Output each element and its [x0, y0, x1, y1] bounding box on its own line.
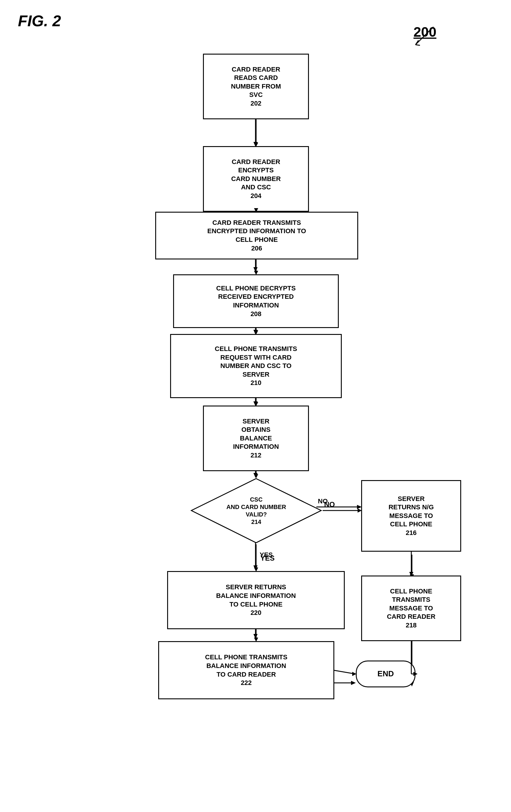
svg-marker-8 — [253, 267, 258, 272]
box-218: CELL PHONE TRANSMITS MESSAGE TO CARD REA… — [361, 576, 461, 641]
box-222-line3: TO CARD READER — [205, 670, 288, 679]
box-212-line1: SERVER — [233, 417, 279, 426]
box-218-line2: TRANSMITS — [387, 596, 435, 604]
box-204-line1: CARD READER — [231, 158, 280, 166]
box-210-line1: CELL PHONE TRANSMITS — [215, 345, 297, 353]
box-216-line3: MESSAGE TO — [388, 512, 434, 520]
box-220-line3: TO CELL PHONE — [216, 600, 296, 609]
box-220: SERVER RETURNS BALANCE INFORMATION TO CE… — [167, 571, 345, 629]
svg-text:YES: YES — [260, 551, 273, 558]
diamond-shape — [190, 477, 323, 544]
box-210-line4: SERVER — [215, 370, 297, 379]
box-206-line2: ENCRYPTED INFORMATION TO — [208, 227, 306, 236]
box-202-line1: CARD READER — [231, 65, 281, 74]
box-220-num: 220 — [216, 609, 296, 617]
box-222-line1: CELL PHONE TRANSMITS — [205, 653, 288, 662]
svg-text:NO: NO — [324, 500, 335, 509]
box-222-line2: BALANCE INFORMATION — [205, 662, 288, 670]
box-202-line2: READS CARD — [231, 74, 281, 82]
box-218-line3: MESSAGE TO — [387, 604, 435, 613]
box-212-line2: OBTAINS — [233, 426, 279, 434]
box-210-line2: REQUEST WITH CARD — [215, 353, 297, 362]
box-208: CELL PHONE DECRYPTS RECEIVED ENCRYPTED I… — [173, 274, 339, 328]
box-210-line3: NUMBER AND CSC TO — [215, 362, 297, 370]
box-210-num: 210 — [215, 379, 297, 387]
svg-marker-16 — [253, 566, 258, 570]
box-206: CARD READER TRANSMITS ENCRYPTED INFORMAT… — [155, 212, 358, 259]
svg-marker-29 — [191, 478, 321, 543]
box-216-line1: SERVER — [388, 495, 434, 503]
svg-marker-19 — [253, 634, 258, 639]
svg-marker-21 — [351, 681, 356, 685]
box-216-num: 216 — [388, 529, 434, 538]
box-220-line1: SERVER RETURNS — [216, 583, 296, 591]
box-202-line3: NUMBER FROM — [231, 82, 281, 91]
box-204-line2: ENCRYPTS — [231, 166, 280, 175]
box-204-line3: CARD NUMBER — [231, 175, 280, 183]
box-222-num: 222 — [205, 679, 288, 687]
box-206-line3: CELL PHONE — [208, 236, 306, 244]
svg-line-47 — [334, 670, 355, 674]
box-206-num: 206 — [208, 244, 306, 253]
box-212-line3: BALANCE — [233, 434, 279, 443]
box-210: CELL PHONE TRANSMITS REQUEST WITH CARD N… — [170, 334, 342, 398]
box-204-line4: AND CSC — [231, 183, 280, 192]
end-label: END — [378, 669, 394, 679]
figure-title: FIG. 2 — [18, 12, 61, 30]
box-202-num: 202 — [231, 99, 281, 108]
box-216: SERVER RETURNS N/G MESSAGE TO CELL PHONE… — [361, 480, 461, 552]
svg-text:YES: YES — [260, 554, 275, 562]
box-202: CARD READER READS CARD NUMBER FROM SVC 2… — [203, 54, 309, 119]
box-208-line3: INFORMATION — [216, 301, 296, 310]
box-204-num: 204 — [231, 192, 280, 200]
box-212: SERVER OBTAINS BALANCE INFORMATION 212 — [203, 406, 309, 471]
box-220-line2: BALANCE INFORMATION — [216, 591, 296, 600]
box-216-line4: CELL PHONE — [388, 520, 434, 529]
box-218-line1: CELL PHONE — [387, 587, 435, 596]
box-208-num: 208 — [216, 310, 296, 318]
box-212-num: 212 — [233, 451, 279, 460]
figure-reference-number: 200 — [413, 24, 436, 40]
box-216-line2: RETURNS N/G — [388, 503, 434, 512]
box-212-line4: INFORMATION — [233, 442, 279, 451]
box-202-line4: SVC — [231, 91, 281, 99]
box-222: CELL PHONE TRANSMITS BALANCE INFORMATION… — [158, 641, 334, 699]
box-218-num: 218 — [387, 621, 435, 630]
box-218-line4: CARD READER — [387, 612, 435, 621]
svg-line-2 — [415, 45, 420, 45]
diamond-214: CSC AND CARD NUMBER VALID? 214 — [190, 477, 323, 544]
box-end: END — [356, 661, 415, 687]
box-206-line1: CARD READER TRANSMITS — [208, 219, 306, 227]
box-208-line2: RECEIVED ENCRYPTED — [216, 293, 296, 301]
box-204: CARD READER ENCRYPTS CARD NUMBER AND CSC… — [203, 146, 309, 212]
box-208-line1: CELL PHONE DECRYPTS — [216, 284, 296, 293]
